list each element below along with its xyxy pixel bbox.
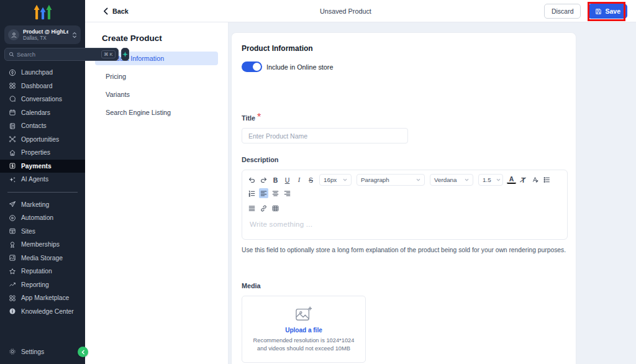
save-icon <box>595 8 602 15</box>
strikethrough-button[interactable]: S <box>306 175 316 185</box>
align-center-button[interactable] <box>271 188 280 198</box>
editor-body[interactable]: Write something ... <box>242 214 567 239</box>
chat-bubble-icon <box>9 96 16 103</box>
sidebar-item-ai-agents[interactable]: AI Agents <box>0 173 85 186</box>
star-icon <box>9 268 16 275</box>
sidebar-item-payments[interactable]: Payments <box>0 160 85 173</box>
media-upload-dropzone[interactable]: Upload a file Recommended resolution is … <box>242 296 366 363</box>
chevron-updown-icon <box>72 32 77 39</box>
app-logo <box>0 0 85 24</box>
sidebar-item-sites[interactable]: Sites <box>0 225 85 239</box>
description-helper-text: Use this field to optionally store a lon… <box>242 247 566 253</box>
highlevel-logo-icon <box>33 4 53 20</box>
font-family-select[interactable]: Verdana <box>430 174 473 186</box>
top-header: Back Unsaved Product Discard Save <box>85 0 636 22</box>
grid-icon <box>9 294 16 302</box>
sidebar-search[interactable]: ⌘ K <box>4 48 119 61</box>
bold-button[interactable]: B <box>271 175 280 185</box>
contacts-icon <box>9 122 16 130</box>
browser-icon <box>9 227 16 235</box>
sidebar: Product @ HighLevel Dallas, TX ⌘ K Launc… <box>0 0 85 364</box>
table-button[interactable] <box>271 203 280 213</box>
opportunities-icon <box>9 135 16 143</box>
font-size-select[interactable]: 16px <box>319 174 352 186</box>
description-editor: B U I S 16px Paragraph Verdana 1.5 A T <box>242 170 568 240</box>
line-height-select[interactable]: 1.5 <box>478 174 503 186</box>
account-switcher[interactable]: Product @ HighLevel Dallas, TX <box>4 25 81 44</box>
sidebar-item-media-storage[interactable]: Media Storage <box>0 252 85 265</box>
toggle-label: Include in Online store <box>266 63 333 71</box>
redo-button[interactable] <box>259 175 268 185</box>
sidebar-item-contacts[interactable]: Contacts <box>0 119 85 133</box>
account-avatar <box>8 29 19 40</box>
create-product-panel: Create Product Product Information Prici… <box>85 22 229 364</box>
sidebar-nav-primary: Launchpad Dashboard Conversations Calend… <box>0 66 85 186</box>
editor-toolbar: B U I S 16px Paragraph Verdana 1.5 A T <box>242 170 567 214</box>
upload-file-link[interactable]: Upload a file <box>285 327 322 334</box>
account-name: Product @ HighLevel <box>23 29 68 35</box>
sidebar-item-automation[interactable]: Automation <box>0 211 85 225</box>
sidebar-item-marketing[interactable]: Marketing <box>0 198 85 212</box>
search-input[interactable] <box>17 51 99 58</box>
dashboard-icon <box>9 82 16 89</box>
discard-button[interactable]: Discard <box>544 4 581 19</box>
page-title: Unsaved Product <box>320 0 371 22</box>
text-color-button[interactable]: A <box>507 176 516 184</box>
chevron-left-icon <box>81 350 86 355</box>
save-button[interactable]: Save <box>588 4 627 19</box>
tab-search-engine-listing[interactable]: Search Engine Listing <box>95 106 218 119</box>
sidebar-item-properties[interactable]: Properties <box>0 146 85 160</box>
required-asterisk: * <box>257 112 261 122</box>
calendar-icon <box>9 109 16 116</box>
send-icon <box>9 201 16 208</box>
sidebar-item-reporting[interactable]: Reporting <box>0 278 85 292</box>
house-icon <box>9 149 16 157</box>
sidebar-item-opportunities[interactable]: Opportunities <box>0 133 85 147</box>
ai-sparkles-icon <box>9 176 16 183</box>
bullet-list-button[interactable] <box>542 175 552 185</box>
account-location: Dallas, TX <box>23 35 68 41</box>
sidebar-item-dashboard[interactable]: Dashboard <box>0 80 85 93</box>
info-circle-icon <box>9 307 16 315</box>
sidebar-item-memberships[interactable]: Memberships <box>0 238 85 252</box>
sidebar-item-settings[interactable]: Settings <box>0 345 85 359</box>
sidebar-collapse-button[interactable] <box>78 347 88 357</box>
align-left-button[interactable] <box>259 188 268 198</box>
chevron-left-icon <box>102 7 109 15</box>
panel-title: Create Product <box>85 22 228 52</box>
sidebar-divider <box>7 192 78 193</box>
include-online-store-toggle[interactable] <box>242 61 262 72</box>
media-label: Media <box>242 282 261 289</box>
image-icon <box>9 254 16 262</box>
link-button[interactable] <box>259 203 268 213</box>
product-form-card: Product Information Include in Online st… <box>231 32 576 364</box>
section-title: Product Information <box>242 44 566 53</box>
launchpad-icon <box>9 69 16 76</box>
sidebar-item-launchpad[interactable]: Launchpad <box>0 66 85 80</box>
numbered-list-button[interactable] <box>247 188 257 198</box>
sidebar-item-app-marketplace[interactable]: App Marketplace <box>0 291 85 305</box>
ai-assistant-button[interactable] <box>121 48 129 61</box>
tab-pricing[interactable]: Pricing <box>95 70 218 83</box>
align-justify-button[interactable] <box>247 203 257 213</box>
paragraph-select[interactable]: Paragraph <box>357 174 425 186</box>
sidebar-item-conversations[interactable]: Conversations <box>0 93 85 106</box>
undo-button[interactable] <box>247 175 257 185</box>
upload-hint: Recommended resolution is 1024*1024 and … <box>251 337 357 352</box>
gear-icon <box>9 348 16 355</box>
search-shortcut-badge: ⌘ K <box>101 50 116 58</box>
sidebar-item-knowledge-center[interactable]: Knowledge Center <box>0 305 85 319</box>
sidebar-item-calendars[interactable]: Calendars <box>0 106 85 120</box>
product-title-input[interactable] <box>242 128 408 143</box>
italic-button[interactable]: I <box>294 175 304 185</box>
highlight-button[interactable] <box>530 175 540 185</box>
align-right-button[interactable] <box>283 188 292 198</box>
clear-formatting-button[interactable]: T <box>519 175 528 185</box>
editor-placeholder: Write something ... <box>250 221 560 228</box>
underline-button[interactable]: U <box>283 175 292 185</box>
back-button[interactable]: Back <box>102 0 129 22</box>
description-label: Description <box>242 156 278 163</box>
tab-variants[interactable]: Variants <box>95 88 218 101</box>
title-label: Title <box>242 114 255 122</box>
sidebar-item-reputation[interactable]: Reputation <box>0 265 85 278</box>
